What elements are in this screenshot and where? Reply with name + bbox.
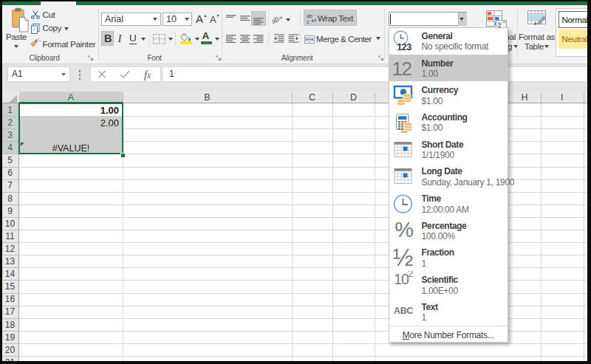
svg-text:2: 2 <box>408 271 413 279</box>
svg-text:%: % <box>394 217 413 241</box>
svg-text:c: c <box>307 18 310 24</box>
svg-text:12: 12 <box>392 58 411 80</box>
svg-text:10: 10 <box>394 271 409 287</box>
svg-text:123: 123 <box>397 42 411 52</box>
svg-text:½: ½ <box>392 244 413 271</box>
svg-text:ab: ab <box>307 13 312 18</box>
svg-text:ABC: ABC <box>393 306 412 316</box>
